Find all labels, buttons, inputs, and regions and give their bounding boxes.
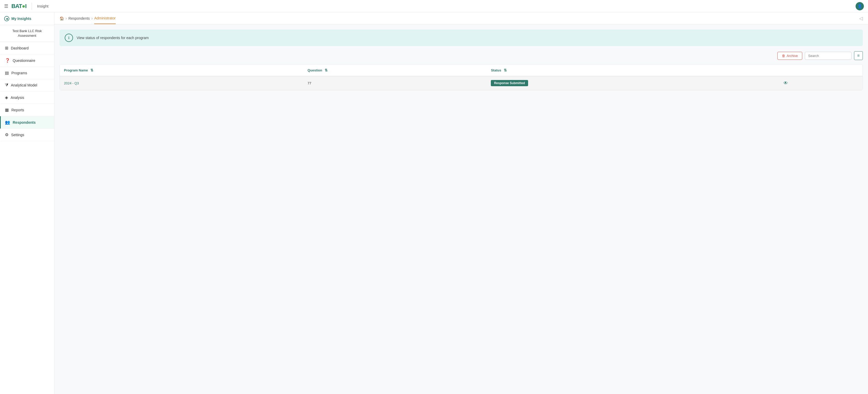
page-content: i View status of respondents for each pr… [54,24,868,394]
programs-icon: ▤ [5,70,9,75]
sidebar-item-analytical-model[interactable]: ⧩ Analytical Model [0,79,54,91]
hamburger-icon[interactable]: ☰ [4,3,8,9]
sort-question-icon[interactable]: ⇅ [324,68,328,72]
info-banner: i View status of respondents for each pr… [60,30,863,46]
sidebar-item-label: Analysis [10,95,24,100]
sort-status-icon[interactable]: ⇅ [504,68,507,72]
col-program-name: Program Name ⇅ [60,64,303,76]
sidebar-item-settings[interactable]: ⚙ Settings [0,129,54,141]
sidebar-item-reports[interactable]: ▦ Reports [0,104,54,116]
sidebar-item-respondents[interactable]: 👥 Respondents [0,116,54,129]
archive-button[interactable]: 🗑 Archive [777,52,802,60]
breadcrumb-separator: › [65,16,67,21]
reports-icon: ▦ [5,108,9,112]
breadcrumb-respondents[interactable]: Respondents [68,16,90,21]
cell-status: Response Submitted [487,76,779,90]
info-icon: i [65,34,73,42]
respondents-icon: 👥 [5,120,10,125]
app-name: Insight [37,4,49,8]
sidebar-nav: ⊞ Dashboard ❓ Questionnaire ▤ Programs ⧩… [0,42,54,394]
breadcrumb-home[interactable]: 🏠 [60,16,64,21]
table-row: 2024 - Q3 77 Response Submitted 👁 [60,76,863,90]
toolbar: 🗑 Archive ≡ [60,51,863,60]
archive-label: Archive [787,54,798,58]
cell-question: 77 [303,76,487,90]
my-insights-label: My Insights [11,17,31,21]
main-layout: ◀ My Insights Test Bank LLC Risk Assessm… [0,12,868,394]
sidebar-item-programs[interactable]: ▤ Programs [0,67,54,79]
col-status: Status ⇅ [487,64,779,76]
breadcrumb-separator-2: › [91,16,93,21]
sidebar-item-label: Programs [11,71,27,75]
col-actions [779,64,863,76]
breadcrumb: 🏠 › Respondents › Administrator ◁ [54,12,868,24]
logo-text: BAT●I [11,3,26,9]
search-input[interactable] [805,52,851,60]
back-icon: ◀ [4,16,9,21]
cell-view: 👁 [779,76,863,90]
sort-program-name-icon[interactable]: ⇅ [90,68,93,72]
respondents-table: Program Name ⇅ Question ⇅ Status ⇅ [60,64,863,90]
col-question: Question ⇅ [303,64,487,76]
info-banner-text: View status of respondents for each prog… [76,36,149,40]
sidebar-item-analysis[interactable]: ◈ Analysis [0,91,54,104]
questionnaire-icon: ❓ [5,58,10,63]
sidebar-item-label: Analytical Model [11,83,37,87]
analysis-icon: ◈ [5,95,8,100]
sidebar-item-label: Settings [11,133,24,137]
main-content: 🏠 › Respondents › Administrator ◁ i View… [54,12,868,394]
dashboard-icon: ⊞ [5,46,8,51]
trash-icon: 🗑 [782,54,785,58]
org-name: Test Bank LLC Risk Assessment [0,25,54,42]
collapse-sidebar-icon[interactable]: ◁ [859,16,863,21]
list-view-icon: ≡ [857,53,860,58]
sidebar-item-questionnaire[interactable]: ❓ Questionnaire [0,54,54,67]
user-avatar[interactable]: 👤 [856,2,864,10]
top-navigation: ☰ BAT●I Insight 👤 [0,0,868,12]
analytical-model-icon: ⧩ [5,83,8,88]
table-header-row: Program Name ⇅ Question ⇅ Status ⇅ [60,64,863,76]
sidebar-item-label: Dashboard [11,46,29,50]
status-badge: Response Submitted [491,80,528,86]
logo: BAT●I [11,3,26,9]
sidebar-item-dashboard[interactable]: ⊞ Dashboard [0,42,54,54]
sidebar: ◀ My Insights Test Bank LLC Risk Assessm… [0,12,54,394]
sidebar-item-label: Questionnaire [13,59,35,63]
view-icon[interactable]: 👁 [783,81,788,86]
sidebar-item-label: Respondents [13,120,36,124]
respondents-table-container: Program Name ⇅ Question ⇅ Status ⇅ [60,64,863,90]
breadcrumb-administrator[interactable]: Administrator [94,12,116,24]
my-insights-link[interactable]: ◀ My Insights [0,12,54,25]
settings-icon: ⚙ [5,132,8,137]
sidebar-item-label: Reports [11,108,24,112]
cell-program-name: 2024 - Q3 [60,76,303,90]
list-view-button[interactable]: ≡ [854,51,863,60]
